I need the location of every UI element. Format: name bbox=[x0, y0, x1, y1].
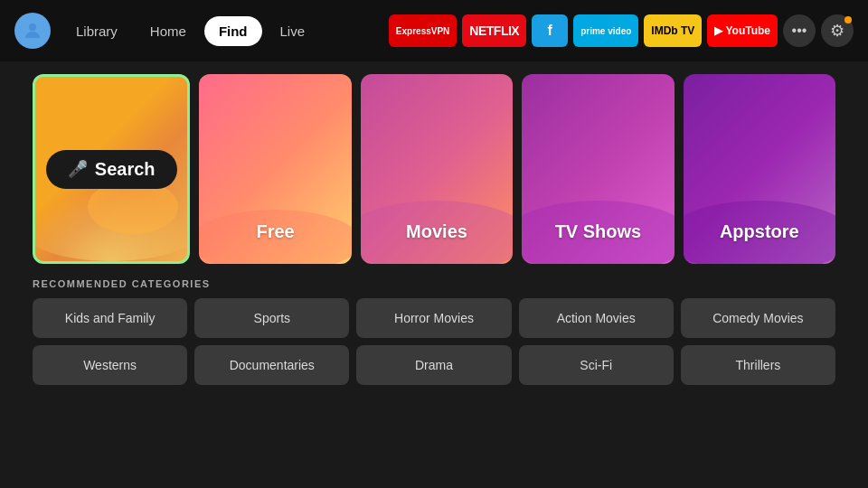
category-westerns[interactable]: Westerns bbox=[33, 345, 187, 385]
category-action[interactable]: Action Movies bbox=[519, 298, 674, 338]
nav-find[interactable]: Find bbox=[204, 16, 262, 46]
nav-live[interactable]: Live bbox=[266, 16, 320, 46]
nav-home[interactable]: Home bbox=[136, 16, 201, 46]
app-icons: ExpressVPN NETFLIX f prime video IMDb TV… bbox=[389, 14, 854, 47]
category-scifi[interactable]: Sci-Fi bbox=[519, 345, 674, 385]
movies-label: Movies bbox=[406, 221, 467, 242]
nav-library[interactable]: Library bbox=[61, 16, 132, 46]
gear-icon: ⚙ bbox=[830, 21, 844, 41]
category-row-1: Kids and Family Sports Horror Movies Act… bbox=[33, 298, 835, 338]
category-kids[interactable]: Kids and Family bbox=[33, 298, 187, 338]
youtube-icon[interactable]: ▶ YouTube bbox=[707, 14, 778, 47]
prime-video-icon[interactable]: prime video bbox=[573, 14, 638, 47]
category-comedy[interactable]: Comedy Movies bbox=[681, 298, 835, 338]
search-button[interactable]: 🎤 Search bbox=[46, 150, 177, 189]
avatar[interactable] bbox=[14, 13, 51, 49]
svg-point-0 bbox=[29, 23, 36, 31]
category-sports[interactable]: Sports bbox=[194, 298, 349, 338]
main-content: 🎤 Search Free Movies TV Shows Appstore R… bbox=[0, 61, 868, 398]
category-thrillers[interactable]: Thrillers bbox=[681, 345, 835, 385]
search-label: Search bbox=[95, 159, 156, 180]
category-row-2: Westerns Documentaries Drama Sci-Fi Thri… bbox=[33, 345, 835, 385]
freevee-icon[interactable]: f bbox=[532, 14, 568, 47]
imdb-icon[interactable]: IMDb TV bbox=[644, 14, 702, 47]
appstore-label: Appstore bbox=[720, 221, 799, 242]
search-card[interactable]: 🎤 Search bbox=[33, 74, 190, 264]
expressvpn-icon[interactable]: ExpressVPN bbox=[389, 14, 457, 47]
settings-notification-dot bbox=[844, 16, 852, 23]
category-grid: Kids and Family Sports Horror Movies Act… bbox=[33, 298, 835, 385]
microphone-icon: 🎤 bbox=[68, 159, 88, 179]
tvshows-label: TV Shows bbox=[555, 221, 642, 242]
category-documentaries[interactable]: Documentaries bbox=[194, 345, 349, 385]
header: Library Home Find Live ExpressVPN NETFLI… bbox=[0, 0, 868, 61]
nav-links: Library Home Find Live bbox=[61, 16, 319, 46]
netflix-icon[interactable]: NETFLIX bbox=[462, 14, 526, 47]
recommended-title: RECOMMENDED CATEGORIES bbox=[33, 278, 835, 289]
category-cards: 🎤 Search Free Movies TV Shows Appstore bbox=[33, 74, 835, 264]
category-drama[interactable]: Drama bbox=[356, 345, 511, 385]
settings-button[interactable]: ⚙ bbox=[821, 14, 854, 47]
appstore-card[interactable]: Appstore bbox=[684, 74, 835, 264]
movies-card[interactable]: Movies bbox=[361, 74, 513, 264]
free-label: Free bbox=[256, 221, 294, 242]
tvshows-card[interactable]: TV Shows bbox=[522, 74, 674, 264]
more-button[interactable]: ••• bbox=[783, 14, 816, 47]
category-horror[interactable]: Horror Movies bbox=[356, 298, 511, 338]
free-card[interactable]: Free bbox=[199, 74, 351, 264]
